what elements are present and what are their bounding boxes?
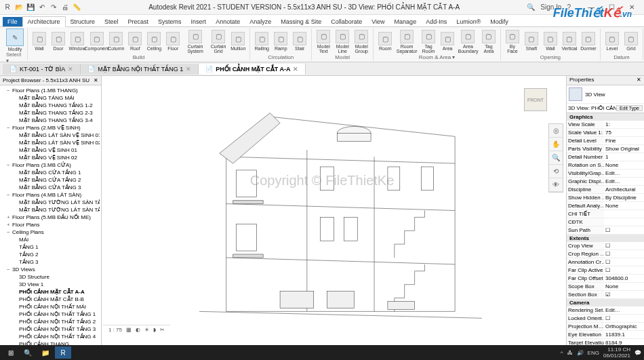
room-button[interactable]: ▢Room [377, 32, 393, 51]
open-icon[interactable]: 📂 [14, 3, 24, 12]
ribbon-tab-analyze[interactable]: Analyze [245, 17, 276, 26]
property-row[interactable]: CĐTK [567, 218, 644, 226]
orbit-icon[interactable]: ⟲ [549, 165, 563, 178]
tree-node[interactable]: PHỐI CẢNH MẶT CẮT A-A [1, 288, 100, 296]
ramp-button[interactable]: ▢Ramp [273, 32, 289, 51]
tray-network-icon[interactable]: 🖧 [567, 350, 573, 356]
tree-node[interactable]: −Floor Plans (4.MB LÁT SÀN) [1, 191, 100, 199]
property-row[interactable]: Crop Region …☐ [567, 250, 644, 258]
tree-node[interactable]: PHỐI CẢNH NỘI THẤT TẦNG 3 [1, 325, 100, 333]
grid-button[interactable]: ▢Grid [623, 32, 639, 51]
tree-node[interactable]: PHỐI CẢNH NỘI THẤT MÁI [1, 303, 100, 311]
tree-node[interactable]: TẦNG 3 [1, 258, 100, 266]
pan-icon[interactable]: ✋ [549, 138, 563, 151]
property-row[interactable]: Graphic Displ…Edit… [567, 178, 644, 186]
wheel-icon[interactable]: ◎ [549, 124, 563, 138]
tag-area-button[interactable]: ▢Tag Area [481, 30, 497, 54]
ribbon-tab-collaborate[interactable]: Collaborate [326, 17, 367, 26]
property-row[interactable]: Far Clip Active☐ [567, 266, 644, 275]
lookat-icon[interactable]: 👁 [549, 178, 563, 192]
ribbon-tab-manage[interactable]: Manage [390, 17, 422, 26]
ribbon-tab-lumion[interactable]: Lumion® [451, 17, 485, 26]
tray-lang[interactable]: ENG [588, 350, 599, 356]
property-row[interactable]: Scope BoxNone [567, 283, 644, 291]
window-button[interactable]: ▢Window [69, 32, 85, 51]
navigation-bar[interactable]: ◎ ✋ 🔍 ⟲ 👁 [548, 123, 563, 193]
tree-node[interactable]: MẶT BẰNG CỬA TẦNG 1 [1, 169, 100, 176]
model-group-button[interactable]: ▢Model Group [353, 30, 369, 54]
ribbon-tab-insert[interactable]: Insert [186, 17, 212, 26]
ribbon-tab-file[interactable]: File [3, 17, 22, 26]
property-row[interactable]: Default Analy…None [567, 202, 644, 210]
tree-node[interactable]: 3D View 1 [1, 281, 100, 288]
tag-room-button[interactable]: ▢Tag Room [420, 30, 437, 54]
tray-chevron-icon[interactable]: ^ [561, 350, 563, 356]
tray-notifications-icon[interactable]: 💬 [635, 350, 641, 356]
tree-node[interactable]: PHỐI CẢNH NỘI THẤT TẦNG 4 [1, 333, 100, 340]
tree-node[interactable]: MẶT BẰNG TƯỜNG LÁT SÀN TẦNG 2 [1, 206, 100, 214]
area-boundary-button[interactable]: ▢Area Boundary [458, 30, 478, 54]
close-tab-icon[interactable]: ✕ [293, 66, 298, 73]
document-tab[interactable]: 📄MẶT BẰNG NỘI THẤT TẦNG 1✕ [81, 64, 199, 75]
property-row[interactable]: Sun Path☐ [567, 226, 644, 235]
tree-node[interactable]: MẶT BẰNG TÁNG MÁI [1, 94, 100, 102]
room-separator-button[interactable]: ▢Room Separator [396, 30, 418, 54]
tree-node[interactable]: MẶT BẰNG CỬA TẦNG 3 [1, 184, 100, 191]
property-row[interactable]: Eye Elevation11839.1 [567, 331, 644, 339]
browser-tree[interactable]: −Floor Plans (1.MB THANG)MẶT BẰNG TÁNG M… [0, 85, 101, 345]
ribbon-tab-structure[interactable]: Structure [66, 17, 100, 26]
shaft-button[interactable]: ▢Shaft [523, 32, 540, 51]
ribbon-tab-addins[interactable]: Add-Ins [421, 17, 451, 26]
ceiling-button[interactable]: ▢Ceiling [146, 32, 162, 51]
redo-icon[interactable]: ↷ [49, 3, 58, 12]
property-row[interactable]: Crop View☐ [567, 242, 644, 250]
tree-node[interactable]: MÁI [1, 236, 100, 243]
dormer-button[interactable]: ▢Dormer [580, 32, 597, 51]
by-face-button[interactable]: ▢By Face [504, 30, 521, 54]
measure-icon[interactable]: 📏 [72, 3, 81, 12]
visual-style-icon[interactable]: ◐ [136, 327, 140, 333]
view-cube[interactable]: FRONT [519, 83, 552, 117]
column-button[interactable]: ▢Column [108, 32, 124, 51]
windows-taskbar[interactable]: ⊞ 🔍 📁 R ^ 🖧 🔊 ENG 11:19 CH06/01/2021 💬 [0, 345, 644, 360]
wall-button[interactable]: ▢Wall [31, 32, 47, 51]
property-row[interactable]: Parts VisibilityShow Original [567, 145, 644, 153]
view-control-bar[interactable]: 1 : 75 ▦ ◐ ☀ ◗ ✂ [103, 325, 170, 334]
property-row[interactable]: Far Clip Offset304800.0 [567, 275, 644, 283]
tray-volume-icon[interactable]: 🔊 [577, 350, 584, 356]
close-panel-icon[interactable]: ✕ [637, 77, 641, 84]
task-search-icon[interactable]: 🔍 [20, 346, 36, 359]
tree-node[interactable]: MẶT BẰNG THANG TẦNG 3-4 [1, 117, 100, 124]
viewport[interactable]: FRONT ◎ ✋ 🔍 ⟲ 👁 [102, 76, 566, 345]
document-tab[interactable]: 📄KT-001 - TỜ BÌA✕ [3, 64, 81, 75]
component-button[interactable]: ▢Component [88, 32, 105, 51]
property-row[interactable]: Detail LevelFine [567, 137, 644, 145]
tree-node[interactable]: −Floor Plans (3.MB CỬA) [1, 161, 100, 169]
curtain-system-button[interactable]: ▢Curtain System [184, 30, 207, 54]
tree-node[interactable]: −Floor Plans (2.MB VỆ SINH) [1, 124, 100, 132]
model-text-button[interactable]: ▢Model Text [315, 30, 331, 54]
ribbon-tab-massingsite[interactable]: Massing & Site [276, 17, 326, 26]
modify-button[interactable]: ✎Modify [6, 28, 24, 52]
model-line-button[interactable]: ▢Model Line [334, 30, 350, 54]
property-row[interactable]: Section Box☑ [567, 291, 644, 299]
curtain-grid-button[interactable]: ▢Curtain Grid [209, 30, 227, 54]
tree-node[interactable]: −3D Views [1, 266, 100, 273]
ribbon-tab-precast[interactable]: Precast [123, 17, 154, 26]
task-explorer-icon[interactable]: 📁 [37, 346, 54, 359]
ribbon-tab-annotate[interactable]: Annotate [211, 17, 245, 26]
zoom-icon[interactable]: 🔍 [549, 151, 563, 165]
tree-node[interactable]: PHỐI CẢNH NỘI THẤT TẦNG 2 [1, 318, 100, 325]
tree-node[interactable]: MẶT BẰNG THANG TẦNG 2-3 [1, 109, 100, 117]
ribbon-tab-steel[interactable]: Steel [100, 17, 123, 26]
property-row[interactable]: CHI TIẾT [567, 210, 644, 218]
tree-node[interactable]: −Floor Plans (1.MB THANG) [1, 87, 100, 94]
tree-node[interactable]: PHỐI CẢNH NỘI THẤT TẦNG 1 [1, 311, 100, 318]
floor-button[interactable]: ▢Floor [165, 32, 181, 51]
tree-node[interactable]: MẶT BẰNG LÁT SÀN VỆ SINH 01 [1, 132, 100, 139]
tree-node[interactable]: −Ceiling Plans [1, 228, 100, 236]
print-icon[interactable]: 🖨 [60, 3, 70, 12]
ribbon-tab-modify[interactable]: Modify [485, 17, 513, 26]
tree-node[interactable]: MẶT BẰNG CỬA TẦNG 2 [1, 176, 100, 184]
ribbon-tab-systems[interactable]: Systems [153, 17, 186, 26]
